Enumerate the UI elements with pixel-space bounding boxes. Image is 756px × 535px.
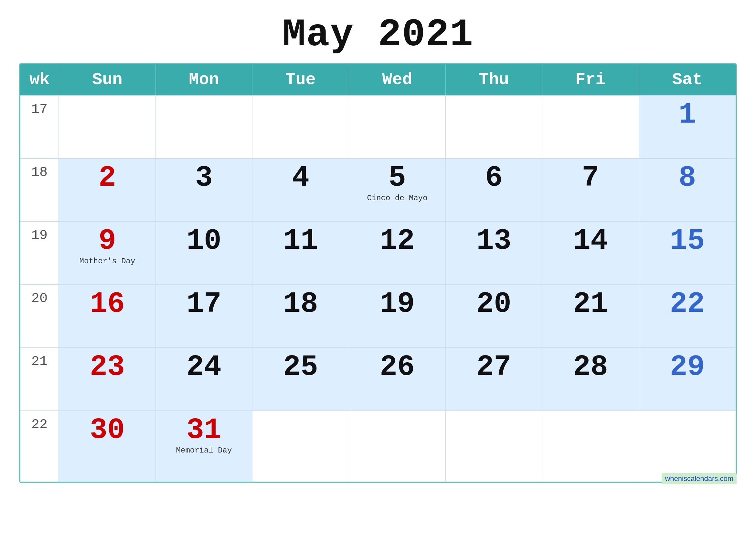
day-28: 28 (542, 348, 639, 410)
date-number: 23 (90, 352, 125, 382)
day-cell (253, 96, 349, 158)
header-wed: Wed (349, 64, 446, 95)
date-number: 12 (380, 226, 415, 256)
date-number: 17 (186, 290, 221, 319)
week-row-21: 21 23 24 25 26 27 28 (20, 348, 736, 410)
header-tue: Tue (253, 64, 349, 95)
date-number: 27 (476, 352, 511, 382)
date-number: 7 (582, 163, 599, 192)
day-3: 3 (156, 159, 253, 221)
date-number: 10 (186, 226, 221, 256)
date-number: 8 (678, 163, 696, 192)
day-31: 31 Memorial Day (156, 411, 253, 482)
day-22: 22 (639, 285, 736, 348)
week-num-17: 17 (20, 96, 59, 158)
date-number: 26 (380, 352, 415, 382)
header-thu: Thu (446, 64, 542, 95)
header-wk: wk (20, 64, 59, 95)
date-number: 24 (186, 352, 221, 382)
date-number: 15 (670, 226, 705, 256)
date-number: 11 (283, 226, 318, 256)
date-number: 21 (573, 290, 608, 319)
day-cell-empty (446, 411, 542, 482)
day-27: 27 (446, 348, 542, 410)
day-7: 7 (542, 159, 639, 221)
date-number: 3 (195, 163, 213, 192)
week-num-21: 21 (20, 348, 59, 410)
day-5: 5 Cinco de Mayo (349, 159, 446, 221)
day-16: 16 (59, 285, 156, 348)
day-12: 12 (349, 222, 446, 284)
day-cell (349, 96, 446, 158)
date-number: 1 (678, 100, 696, 129)
day-20: 20 (446, 285, 542, 348)
day-9: 9 Mother's Day (59, 222, 156, 284)
date-number: 30 (90, 416, 125, 445)
date-number: 20 (476, 290, 511, 319)
day-cell-empty (253, 411, 349, 482)
day-14: 14 (542, 222, 639, 284)
day-cell-empty (349, 411, 446, 482)
calendar-container: wk Sun Mon Tue Wed Thu Fri Sat 17 1 (19, 63, 737, 483)
week-row-17: 17 1 (20, 95, 736, 158)
watermark[interactable]: wheniscalendars.com (662, 473, 737, 484)
day-cell (542, 96, 639, 158)
calendar-body: 17 1 18 2 3 4 (20, 95, 736, 482)
day-cell (446, 96, 542, 158)
day-4: 4 (253, 159, 349, 221)
header-sat: Sat (639, 64, 736, 95)
date-number: 9 (98, 226, 116, 256)
day-15: 15 (639, 222, 736, 284)
date-number: 4 (292, 163, 309, 192)
date-number: 18 (283, 290, 318, 319)
date-number: 22 (670, 290, 705, 319)
day-cell-empty (639, 411, 736, 482)
day-17: 17 (156, 285, 253, 348)
date-number: 5 (389, 163, 406, 192)
header-fri: Fri (542, 64, 639, 95)
day-13: 13 (446, 222, 542, 284)
date-number: 2 (98, 163, 116, 192)
day-6: 6 (446, 159, 542, 221)
holiday-label: Cinco de Mayo (367, 194, 427, 203)
day-26: 26 (349, 348, 446, 410)
date-number: 28 (573, 352, 608, 382)
day-25: 25 (253, 348, 349, 410)
week-row-18: 18 2 3 4 5 Cinco de Mayo 6 7 (20, 158, 736, 221)
day-cell (156, 96, 253, 158)
date-number: 29 (670, 352, 705, 382)
page-title: May 2021 (282, 13, 473, 57)
date-number: 14 (573, 226, 608, 256)
day-cell-empty (542, 411, 639, 482)
day-21: 21 (542, 285, 639, 348)
day-1: 1 (639, 96, 736, 158)
day-19: 19 (349, 285, 446, 348)
week-row-22: 22 30 31 Memorial Day (20, 410, 736, 482)
day-8: 8 (639, 159, 736, 221)
week-num-19: 19 (20, 222, 59, 284)
date-number: 13 (476, 226, 511, 256)
day-23: 23 (59, 348, 156, 410)
week-num-22: 22 (20, 411, 59, 482)
date-number: 25 (283, 352, 318, 382)
week-num-20: 20 (20, 285, 59, 348)
holiday-label: Mother's Day (79, 257, 135, 266)
day-24: 24 (156, 348, 253, 410)
date-number: 16 (90, 290, 125, 319)
calendar-header: wk Sun Mon Tue Wed Thu Fri Sat (20, 64, 736, 95)
week-num-18: 18 (20, 159, 59, 221)
header-sun: Sun (59, 64, 156, 95)
day-30: 30 (59, 411, 156, 482)
day-11: 11 (253, 222, 349, 284)
header-mon: Mon (156, 64, 253, 95)
day-10: 10 (156, 222, 253, 284)
week-row-19: 19 9 Mother's Day 10 11 12 13 1 (20, 221, 736, 284)
week-row-20: 20 16 17 18 19 20 21 (20, 284, 736, 348)
day-18: 18 (253, 285, 349, 348)
date-number: 6 (485, 163, 502, 192)
calendar: wk Sun Mon Tue Wed Thu Fri Sat 17 1 (19, 63, 737, 483)
date-number: 31 (186, 416, 221, 445)
holiday-label: Memorial Day (176, 446, 232, 455)
day-29: 29 (639, 348, 736, 410)
day-2: 2 (59, 159, 156, 221)
